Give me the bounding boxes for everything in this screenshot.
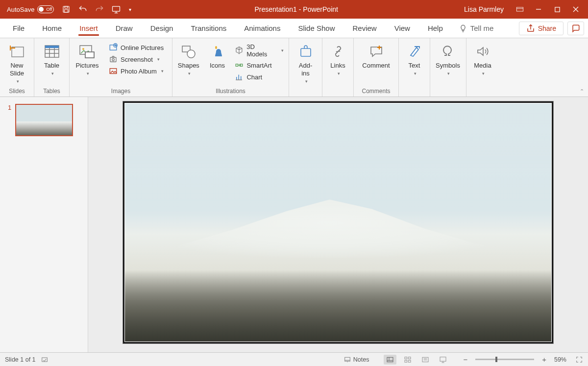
ribbon-display-icon[interactable] <box>512 2 528 17</box>
share-icon <box>526 24 535 33</box>
svg-rect-44 <box>344 357 350 361</box>
status-slide-info: Slide 1 of 1 <box>5 356 36 363</box>
user-name[interactable]: Lisa Parmley <box>458 5 510 13</box>
group-tables-label: Tables <box>36 88 67 96</box>
tab-design[interactable]: Design <box>142 19 182 38</box>
text-button[interactable]: Text <box>401 41 428 76</box>
omega-icon <box>441 43 455 60</box>
close-icon[interactable] <box>567 2 584 17</box>
svg-point-33 <box>215 46 217 49</box>
slide[interactable] <box>122 101 554 344</box>
links-button[interactable]: Links <box>324 41 351 76</box>
group-addins-label <box>291 95 320 96</box>
photo-album-icon <box>109 67 118 75</box>
svg-rect-57 <box>440 357 446 361</box>
tab-insert[interactable]: Insert <box>71 19 107 38</box>
from-beginning-icon[interactable] <box>109 2 123 17</box>
slide-thumbnail-pane[interactable]: 1 <box>0 97 88 352</box>
svg-point-23 <box>82 48 84 50</box>
online-pictures-button[interactable]: Online Pictures <box>109 43 164 52</box>
textbox-icon <box>408 43 421 60</box>
zoom-percent[interactable]: 59% <box>554 356 566 363</box>
smartart-icon <box>235 61 244 70</box>
lightbulb-icon <box>459 24 467 33</box>
media-button[interactable]: Media <box>468 41 497 76</box>
minimize-icon[interactable] <box>530 2 547 17</box>
spellcheck-icon[interactable] <box>41 356 49 364</box>
online-pictures-label: Online Pictures <box>121 44 164 51</box>
smartart-button[interactable]: SmartArt <box>235 61 284 70</box>
screenshot-icon <box>109 55 118 64</box>
qat-customize-icon[interactable]: ▾ <box>125 2 134 17</box>
document-title: Presentation1 - PowerPoint <box>136 5 456 13</box>
group-text: Text <box>399 38 430 97</box>
links-label: Links <box>330 62 345 69</box>
undo-icon[interactable] <box>75 2 90 17</box>
tell-me-label: Tell me <box>470 24 494 32</box>
tab-file[interactable]: File <box>4 19 33 38</box>
slide-sorter-view-icon[interactable] <box>401 355 414 365</box>
pictures-button[interactable]: Pictures <box>72 41 103 76</box>
svg-rect-47 <box>387 357 393 362</box>
maximize-icon[interactable] <box>549 2 565 17</box>
shapes-button[interactable]: Shapes <box>174 41 203 76</box>
screenshot-button[interactable]: Screenshot <box>109 55 164 64</box>
tell-me-search[interactable]: Tell me <box>452 24 501 33</box>
fit-to-window-icon[interactable] <box>575 356 583 364</box>
pictures-icon <box>78 43 96 60</box>
screenshot-label: Screenshot <box>121 56 153 63</box>
collapse-ribbon-icon[interactable]: ⌃ <box>580 88 584 95</box>
group-symbols: Symbols <box>430 38 466 97</box>
new-slide-icon <box>9 43 25 60</box>
table-button[interactable]: Table <box>36 41 67 76</box>
svg-rect-6 <box>516 7 523 11</box>
reading-view-icon[interactable] <box>419 355 432 365</box>
slide-thumbnail-preview[interactable] <box>15 104 73 136</box>
svg-rect-9 <box>555 7 559 11</box>
tab-home[interactable]: Home <box>33 19 71 38</box>
text-label: Text <box>409 62 420 69</box>
normal-view-icon[interactable] <box>384 355 396 365</box>
tab-draw[interactable]: Draw <box>107 19 142 38</box>
comments-pane-button[interactable] <box>567 22 584 35</box>
tab-transitions[interactable]: Transitions <box>182 19 235 38</box>
tab-help[interactable]: Help <box>419 19 452 38</box>
tab-animations[interactable]: Animations <box>235 19 289 38</box>
group-images: Pictures Online Pictures Screenshot Phot… <box>70 38 172 97</box>
tab-slideshow[interactable]: Slide Show <box>289 19 343 38</box>
status-bar: Slide 1 of 1 Notes − + 59% <box>0 352 588 366</box>
comment-button[interactable]: Comment <box>356 41 396 69</box>
notes-button[interactable]: Notes <box>343 356 369 364</box>
autosave-toggle[interactable]: AutoSave Off <box>4 5 57 13</box>
slide-thumbnail-number: 1 <box>8 104 11 136</box>
group-illustrations: Shapes Icons 3D Models SmartArt <box>172 38 289 97</box>
icons-icon <box>210 43 225 60</box>
new-slide-button[interactable]: New Slide <box>2 41 32 84</box>
3d-models-button[interactable]: 3D Models <box>235 43 284 58</box>
zoom-slider[interactable] <box>475 359 534 360</box>
redo-icon[interactable] <box>92 2 107 17</box>
share-button[interactable]: Share <box>519 22 564 35</box>
addins-button[interactable]: Add- ins <box>291 41 320 84</box>
group-links: Links <box>322 38 354 97</box>
chart-icon <box>235 73 244 81</box>
slide-thumbnail[interactable]: 1 <box>8 104 80 136</box>
symbols-button[interactable]: Symbols <box>432 41 464 76</box>
slide-canvas-area[interactable] <box>88 97 588 352</box>
zoom-in-button[interactable]: + <box>542 355 546 364</box>
svg-rect-54 <box>422 357 428 362</box>
slideshow-view-icon[interactable] <box>437 355 449 365</box>
save-icon[interactable] <box>59 2 74 17</box>
photo-album-label: Photo Album <box>121 68 157 75</box>
tab-review[interactable]: Review <box>343 19 385 38</box>
table-icon <box>44 43 60 60</box>
photo-album-button[interactable]: Photo Album <box>109 67 164 75</box>
group-addins: Add- ins <box>289 38 322 97</box>
tab-view[interactable]: View <box>386 19 419 38</box>
autosave-switch[interactable]: Off <box>37 5 54 13</box>
icons-button[interactable]: Icons <box>206 41 229 69</box>
new-comment-icon <box>368 43 384 60</box>
zoom-out-button[interactable]: − <box>463 355 467 364</box>
symbols-label: Symbols <box>436 62 460 69</box>
chart-button[interactable]: Chart <box>235 73 284 81</box>
